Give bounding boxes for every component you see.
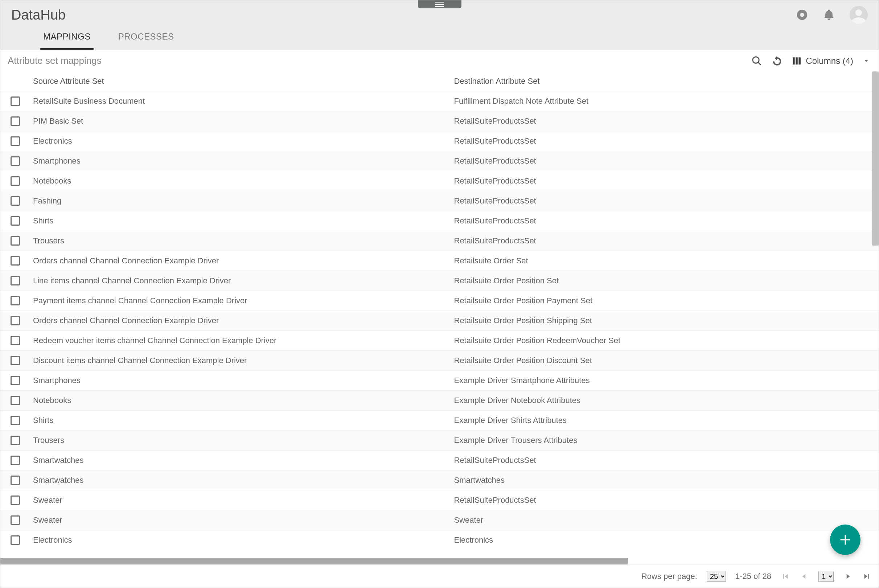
cell-destination: Smartwatches	[454, 476, 875, 485]
row-checkbox[interactable]	[10, 196, 20, 206]
row-checkbox[interactable]	[10, 96, 20, 106]
table-row[interactable]: NotebooksExample Driver Notebook Attribu…	[0, 390, 879, 410]
table-row[interactable]: TrousersExample Driver Trousers Attribut…	[0, 430, 879, 450]
row-checkbox[interactable]	[10, 376, 20, 385]
last-page-icon[interactable]	[862, 572, 872, 581]
cell-source: Shirts	[33, 416, 454, 425]
table-row[interactable]: TrousersRetailSuiteProductsSet	[0, 231, 879, 250]
cell-source: Trousers	[33, 236, 454, 246]
row-checkbox[interactable]	[10, 136, 20, 146]
cell-source: Notebooks	[33, 176, 454, 186]
row-checkbox[interactable]	[10, 117, 20, 126]
horizontal-scrollbar[interactable]	[0, 558, 879, 564]
table-row[interactable]: ShirtsRetailSuiteProductsSet	[0, 211, 879, 231]
search-icon[interactable]	[751, 56, 762, 66]
col-header-destination[interactable]: Destination Attribute Set	[454, 76, 875, 86]
row-checkbox[interactable]	[10, 156, 20, 166]
hamburger-icon	[435, 2, 444, 7]
chevron-down-icon	[862, 57, 870, 64]
vertical-scrollbar[interactable]	[872, 72, 879, 558]
first-page-icon[interactable]	[781, 572, 790, 581]
tab-processes[interactable]: PROCESSES	[116, 26, 177, 50]
table-row[interactable]: SmartphonesRetailSuiteProductsSet	[0, 151, 879, 171]
table-row[interactable]: PIM Basic SetRetailSuiteProductsSet	[0, 111, 879, 131]
table-row[interactable]: Payment items channel Channel Connection…	[0, 291, 879, 310]
prev-page-icon[interactable]	[800, 572, 809, 581]
table-row[interactable]: SmartphonesExample Driver Smartphone Att…	[0, 370, 879, 390]
row-checkbox[interactable]	[10, 416, 20, 425]
tab-mappings[interactable]: MAPPINGS	[40, 26, 94, 50]
status-circle-icon[interactable]	[796, 9, 808, 21]
cell-source: Shirts	[33, 216, 454, 226]
row-checkbox[interactable]	[10, 456, 20, 465]
cell-destination: Example Driver Notebook Attributes	[454, 396, 875, 405]
cell-destination: RetailSuiteProductsSet	[454, 216, 875, 226]
cell-destination: RetailSuiteProductsSet	[454, 136, 875, 146]
notifications-bell-icon[interactable]	[823, 9, 835, 21]
table-row[interactable]: Line items channel Channel Connection Ex…	[0, 271, 879, 291]
cell-destination: Example Driver Trousers Attributes	[454, 436, 875, 445]
table-row[interactable]: SweaterRetailSuiteProductsSet	[0, 490, 879, 510]
cell-destination: Retailsuite Order Position Discount Set	[454, 356, 875, 365]
table-row[interactable]: ShirtsExample Driver Shirts Attributes	[0, 410, 879, 430]
table-row[interactable]: ElectronicsRetailSuiteProductsSet	[0, 131, 879, 151]
row-checkbox[interactable]	[10, 396, 20, 405]
cell-source: Smartphones	[33, 376, 454, 385]
row-checkbox[interactable]	[10, 356, 20, 365]
cell-destination: Example Driver Smartphone Attributes	[454, 376, 875, 385]
row-checkbox[interactable]	[10, 495, 20, 505]
table-row[interactable]: RetailSuite Business DocumentFulfillment…	[0, 91, 879, 111]
cell-destination: Retailsuite Order Set	[454, 256, 875, 266]
table-row[interactable]: Orders channel Channel Connection Exampl…	[0, 310, 879, 330]
svg-rect-1	[435, 4, 444, 5]
cell-destination: Sweater	[454, 516, 875, 525]
row-checkbox[interactable]	[10, 296, 20, 305]
next-page-icon[interactable]	[843, 572, 852, 581]
row-checkbox[interactable]	[10, 256, 20, 266]
row-checkbox[interactable]	[10, 216, 20, 226]
row-checkbox[interactable]	[10, 476, 20, 485]
cell-source: Discount items channel Channel Connectio…	[33, 356, 454, 365]
svg-point-4	[800, 13, 804, 16]
table-row[interactable]: SmartwatchesSmartwatches	[0, 470, 879, 490]
row-checkbox[interactable]	[10, 276, 20, 285]
cell-source: Fashing	[33, 196, 454, 206]
columns-button[interactable]: Columns (4)	[792, 56, 870, 66]
rows-per-page-select[interactable]: 25	[706, 571, 726, 582]
row-checkbox[interactable]	[10, 176, 20, 186]
table-row[interactable]: FashingRetailSuiteProductsSet	[0, 191, 879, 211]
cell-source: Electronics	[33, 136, 454, 146]
table-row[interactable]: Redeem voucher items channel Channel Con…	[0, 330, 879, 350]
svg-point-5	[753, 57, 759, 63]
row-checkbox[interactable]	[10, 516, 20, 525]
table-row[interactable]: Orders channel Channel Connection Exampl…	[0, 250, 879, 271]
page-select[interactable]: 1	[818, 571, 834, 582]
columns-icon	[792, 56, 801, 66]
app-title: DataHub	[11, 7, 66, 23]
top-drawer-toggle[interactable]	[418, 0, 462, 8]
row-checkbox[interactable]	[10, 536, 20, 545]
cell-source: Electronics	[33, 536, 454, 545]
row-checkbox[interactable]	[10, 236, 20, 246]
columns-label: Columns (4)	[806, 56, 853, 66]
col-header-source[interactable]: Source Attribute Set	[33, 76, 454, 86]
table-row[interactable]: SweaterSweater	[0, 510, 879, 530]
row-checkbox[interactable]	[10, 436, 20, 445]
cell-destination: RetailSuiteProductsSet	[454, 456, 875, 465]
cell-source: Redeem voucher items channel Channel Con…	[33, 336, 454, 345]
cell-source: Line items channel Channel Connection Ex…	[33, 276, 454, 285]
table-row[interactable]: ElectronicsElectronics	[0, 530, 879, 550]
cell-destination: Retailsuite Order Position RedeemVoucher…	[454, 336, 875, 345]
cell-source: Notebooks	[33, 396, 454, 405]
refresh-icon[interactable]	[772, 56, 783, 66]
row-checkbox[interactable]	[10, 336, 20, 345]
row-checkbox[interactable]	[10, 316, 20, 326]
table-row[interactable]: Discount items channel Channel Connectio…	[0, 350, 879, 370]
add-mapping-button[interactable]	[830, 525, 861, 555]
table-row[interactable]: SmartwatchesRetailSuiteProductsSet	[0, 450, 879, 470]
cell-source: Trousers	[33, 436, 454, 445]
cell-source: Orders channel Channel Connection Exampl…	[33, 316, 454, 326]
user-avatar[interactable]	[850, 6, 868, 24]
table-row[interactable]: NotebooksRetailSuiteProductsSet	[0, 171, 879, 191]
plus-icon	[839, 533, 852, 546]
